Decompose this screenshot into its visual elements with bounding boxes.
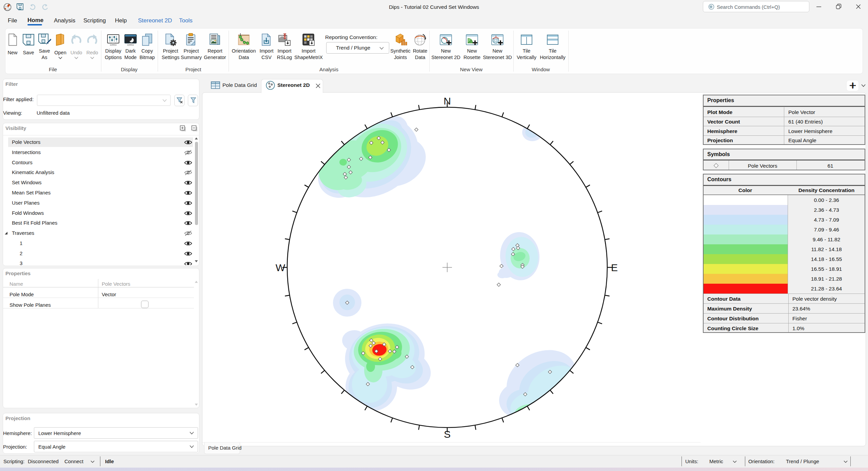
- svg-text:E: E: [611, 262, 618, 273]
- svg-text:S: S: [444, 429, 451, 440]
- svg-text:N: N: [443, 95, 451, 107]
- svg-text:W: W: [276, 262, 285, 273]
